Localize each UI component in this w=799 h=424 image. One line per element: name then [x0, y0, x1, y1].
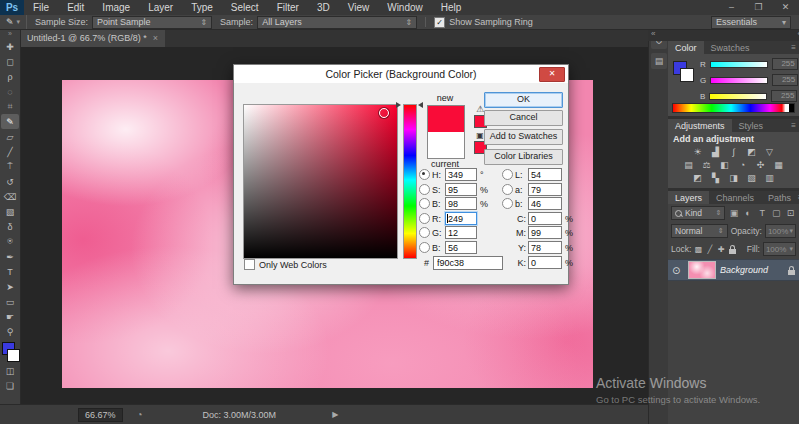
menu-file[interactable]: File	[24, 0, 58, 15]
tab-color[interactable]: Color	[668, 41, 704, 54]
sample-size-dropdown[interactable]: Point Sample⇕	[92, 16, 212, 29]
minimize-button[interactable]: –	[718, 0, 745, 15]
pen-tool[interactable]: ✒	[1, 249, 19, 264]
gradient-tool[interactable]: ▧	[1, 204, 19, 219]
lock-position-icon[interactable]: ✚	[717, 245, 725, 254]
hue-slider[interactable]	[403, 104, 417, 259]
brightness-contrast-icon[interactable]: ☀	[692, 147, 704, 157]
dialog-close-button[interactable]: ✕	[539, 67, 565, 82]
tab-close-icon[interactable]: ×	[153, 33, 158, 43]
foreground-background-swatches[interactable]	[1, 341, 19, 363]
lab-b-input[interactable]	[528, 197, 562, 210]
blue-radio[interactable]	[419, 242, 430, 253]
red-value[interactable]: 255	[772, 58, 798, 70]
black-white-icon[interactable]: ◧	[719, 160, 731, 170]
menu-help[interactable]: Help	[432, 0, 471, 15]
magenta-input[interactable]	[528, 226, 562, 239]
red-input[interactable]	[445, 212, 477, 225]
tab-paths[interactable]: Paths	[761, 191, 798, 204]
tool-preset-picker[interactable]: ✎ ▾	[0, 15, 27, 29]
menu-select[interactable]: Select	[222, 0, 268, 15]
black-input[interactable]	[528, 256, 562, 269]
menu-layer[interactable]: Layer	[139, 0, 182, 15]
lab-a-input[interactable]	[528, 183, 562, 196]
background-color-swatch[interactable]	[680, 68, 694, 82]
menu-filter[interactable]: Filter	[268, 0, 308, 15]
status-flyout-icon[interactable]: ▶	[332, 410, 338, 419]
blue-input[interactable]	[445, 241, 477, 254]
background-color-swatch[interactable]	[7, 349, 20, 362]
lab-l-radio[interactable]	[502, 169, 513, 180]
brush-tool[interactable]: ╱	[1, 144, 19, 159]
curves-icon[interactable]: ∫	[728, 147, 740, 157]
saturation-brightness-field[interactable]	[243, 104, 398, 259]
marquee-tool[interactable]: ◻	[1, 54, 19, 69]
restore-button[interactable]: ❐	[745, 0, 772, 15]
zoom-tool[interactable]: ⚲	[1, 324, 19, 339]
cyan-input[interactable]	[528, 212, 562, 225]
tab-styles[interactable]: Styles	[732, 119, 771, 132]
eyedropper-tool[interactable]: ✎	[1, 114, 19, 129]
hue-slider-arrow-right[interactable]	[418, 102, 423, 108]
hue-input[interactable]	[445, 168, 477, 181]
layer-filter-kind-dropdown[interactable]: Kind ⇕	[671, 206, 725, 220]
close-button[interactable]: ✕	[772, 0, 799, 15]
green-input[interactable]	[445, 226, 477, 239]
posterize-icon[interactable]: ▚	[710, 173, 722, 183]
history-brush-tool[interactable]: ↺	[1, 174, 19, 189]
brightness-radio[interactable]	[419, 198, 430, 209]
type-tool[interactable]: T	[1, 264, 19, 279]
cancel-button[interactable]: Cancel	[484, 110, 563, 126]
zoom-level-field[interactable]: 66.67%	[78, 408, 123, 422]
menu-view[interactable]: View	[339, 0, 379, 15]
quick-selection-tool[interactable]: ◌	[1, 84, 19, 99]
lasso-tool[interactable]: ρ	[1, 69, 19, 84]
menu-3d[interactable]: 3D	[308, 0, 339, 15]
only-web-colors-checkbox[interactable]	[244, 259, 255, 270]
document-tab[interactable]: Untitled-1 @ 66.7% (RGB/8) * ×	[20, 29, 165, 47]
lab-b-radio[interactable]	[502, 198, 513, 209]
collapse-dock-icon[interactable]: «	[651, 29, 655, 41]
tab-swatches[interactable]: Swatches	[704, 41, 757, 54]
adjustment-layer-filter-icon[interactable]: ◐	[742, 208, 753, 218]
blue-value[interactable]: 255	[771, 90, 797, 102]
blur-tool[interactable]: δ	[1, 219, 19, 234]
color-balance-icon[interactable]: ⚖	[701, 160, 713, 170]
channel-mixer-icon[interactable]: ✣	[755, 160, 767, 170]
layer-thumbnail[interactable]	[688, 261, 716, 279]
type-layer-filter-icon[interactable]: T	[757, 208, 768, 218]
show-sampling-ring-checkbox[interactable]: ✓	[434, 17, 445, 28]
smart-object-filter-icon[interactable]: ⊡	[785, 208, 796, 218]
lock-all-icon[interactable]	[729, 249, 736, 254]
menu-window[interactable]: Window	[378, 0, 432, 15]
lab-a-radio[interactable]	[502, 184, 513, 195]
blue-slider[interactable]	[709, 93, 767, 100]
green-radio[interactable]	[419, 227, 430, 238]
panel-menu-icon[interactable]: ≡	[791, 119, 799, 132]
workspace-switcher[interactable]: Essentials▾	[711, 16, 791, 29]
tab-layers[interactable]: Layers	[668, 191, 709, 204]
color-libraries-button[interactable]: Color Libraries	[484, 149, 563, 165]
hue-saturation-icon[interactable]: ▤	[683, 160, 695, 170]
menu-image[interactable]: Image	[93, 0, 139, 15]
sample-dropdown[interactable]: All Layers⇕	[257, 16, 417, 29]
hue-slider-arrow-left[interactable]	[396, 102, 401, 108]
panel-menu-icon[interactable]: ≡	[791, 41, 799, 54]
shape-tool[interactable]: ▭	[1, 294, 19, 309]
saturation-radio[interactable]	[419, 184, 430, 195]
screen-mode-button[interactable]: ❏	[1, 378, 19, 393]
levels-icon[interactable]: ▟	[710, 147, 722, 157]
lock-transparency-icon[interactable]: ▩	[694, 245, 702, 254]
hue-radio[interactable]	[419, 169, 430, 180]
lab-l-input[interactable]	[528, 168, 562, 181]
opacity-dropdown[interactable]: 100% ▾	[765, 224, 796, 238]
properties-panel-icon[interactable]: ▤	[651, 53, 667, 69]
layer-visibility-icon[interactable]: ⊙	[672, 265, 684, 276]
brightness-input[interactable]	[445, 197, 477, 210]
move-tool[interactable]: ✚	[1, 39, 19, 54]
hand-tool[interactable]: ☛	[1, 309, 19, 324]
tab-adjustments[interactable]: Adjustments	[668, 119, 732, 132]
blend-mode-dropdown[interactable]: Normal ⇕	[671, 224, 728, 238]
color-spectrum-ramp[interactable]	[672, 103, 795, 113]
tab-channels[interactable]: Channels	[709, 191, 761, 204]
